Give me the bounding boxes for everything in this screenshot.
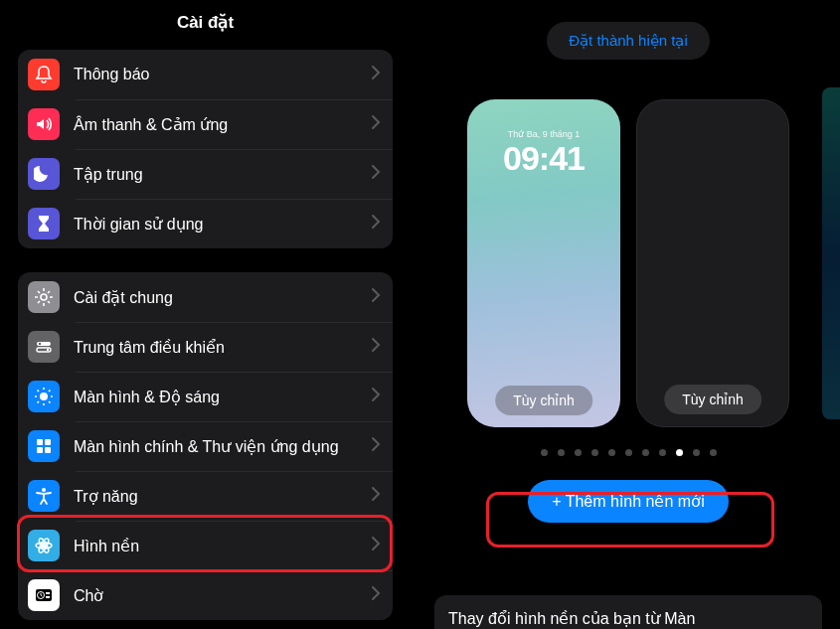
group-general: Cài đặt chungTrung tâm điều khiểnMàn hìn… — [18, 272, 393, 620]
settings-screen: Cài đặt Thông báoÂm thanh & Cảm ứngTập t… — [0, 0, 411, 629]
settings-row-accessibility[interactable]: Trợ năng — [18, 471, 393, 521]
page-indicator[interactable] — [541, 449, 717, 456]
bottom-info-card: Thay đổi hình nền của bạn từ Màn — [434, 595, 822, 629]
row-label: Trung tâm điều khiển — [74, 338, 371, 357]
chevron-right-icon — [371, 114, 381, 134]
svg-point-5 — [40, 393, 48, 400]
row-label: Chờ — [74, 586, 371, 605]
settings-row-hourglass[interactable]: Thời gian sử dụng — [18, 199, 393, 248]
page-dot[interactable] — [558, 449, 565, 456]
page-dot[interactable] — [625, 449, 632, 456]
chevron-right-icon — [371, 387, 381, 406]
svg-rect-9 — [45, 447, 51, 453]
chevron-right-icon — [371, 337, 381, 357]
next-wallpaper-peek[interactable] — [822, 87, 840, 419]
settings-row-moon[interactable]: Tập trung — [18, 149, 393, 199]
settings-row-switches[interactable]: Trung tâm điều khiển — [18, 322, 393, 372]
row-label: Tập trung — [74, 165, 371, 184]
sun-icon — [28, 381, 60, 412]
switches-icon — [28, 331, 60, 363]
chevron-right-icon — [371, 287, 381, 307]
customize-lock-button[interactable]: Tùy chỉnh — [495, 386, 592, 415]
svg-rect-7 — [45, 439, 51, 445]
svg-point-3 — [39, 343, 41, 345]
speaker-icon — [28, 108, 60, 140]
gear-icon — [28, 281, 60, 313]
svg-point-4 — [47, 349, 49, 351]
accessibility-icon — [28, 480, 60, 512]
row-label: Âm thanh & Cảm ứng — [74, 115, 371, 134]
wallpaper-screen: Đặt thành hiện tại Thứ Ba, 9 tháng 1 09:… — [417, 0, 840, 629]
clock-icon — [28, 579, 60, 611]
page-title: Cài đặt — [0, 0, 411, 44]
lock-date: Thứ Ba, 9 tháng 1 — [508, 129, 581, 139]
row-label: Màn hình chính & Thư viện ứng dụng — [74, 437, 371, 456]
settings-row-flower[interactable]: Hình nền — [18, 521, 393, 570]
chevron-right-icon — [371, 585, 381, 605]
page-dot[interactable] — [659, 449, 666, 456]
page-dot[interactable] — [676, 449, 683, 456]
plus-icon: + — [552, 493, 561, 511]
svg-rect-8 — [37, 447, 43, 453]
settings-row-speaker[interactable]: Âm thanh & Cảm ứng — [18, 99, 393, 149]
settings-row-clock[interactable]: Chờ — [18, 570, 393, 620]
settings-row-sun[interactable]: Màn hình & Độ sáng — [18, 372, 393, 421]
settings-row-gear[interactable]: Cài đặt chung — [18, 272, 393, 322]
page-dot[interactable] — [575, 449, 582, 456]
page-dot[interactable] — [642, 449, 649, 456]
chevron-right-icon — [371, 436, 381, 456]
row-label: Cài đặt chung — [74, 288, 371, 307]
chevron-right-icon — [371, 164, 381, 184]
flower-icon — [28, 530, 60, 561]
set-current-button[interactable]: Đặt thành hiện tại — [547, 22, 710, 60]
page-dot[interactable] — [693, 449, 700, 456]
customize-home-button[interactable]: Tùy chỉnh — [664, 385, 761, 414]
chevron-right-icon — [371, 214, 381, 234]
add-wallpaper-label: Thêm hình nền mới — [566, 492, 705, 511]
svg-point-10 — [42, 488, 46, 492]
lock-time: 09:41 — [503, 139, 585, 178]
settings-list: Thông báoÂm thanh & Cảm ứngTập trungThời… — [0, 44, 411, 620]
settings-row-grid[interactable]: Màn hình chính & Thư viện ứng dụng — [18, 421, 393, 471]
page-dot[interactable] — [541, 449, 548, 456]
page-dot[interactable] — [608, 449, 615, 456]
svg-rect-18 — [46, 596, 50, 598]
row-label: Thời gian sử dụng — [74, 215, 371, 234]
chevron-right-icon — [371, 536, 381, 555]
moon-icon — [28, 158, 60, 190]
svg-point-0 — [41, 294, 47, 300]
chevron-right-icon — [371, 65, 381, 84]
bell-icon — [28, 59, 60, 90]
page-dot[interactable] — [710, 449, 717, 456]
grid-icon — [28, 430, 60, 462]
chevron-right-icon — [371, 486, 381, 506]
home-screen-preview[interactable]: Tùy chỉnh — [636, 99, 789, 427]
hourglass-icon — [28, 208, 60, 239]
settings-row-bell[interactable]: Thông báo — [18, 50, 393, 99]
wallpaper-previews: Thứ Ba, 9 tháng 1 09:41 Tùy chỉnh Tùy ch… — [467, 99, 789, 427]
row-label: Hình nền — [74, 537, 371, 555]
row-label: Trợ năng — [74, 487, 371, 506]
svg-rect-17 — [46, 592, 50, 594]
svg-rect-6 — [37, 439, 43, 445]
lock-screen-preview[interactable]: Thứ Ba, 9 tháng 1 09:41 Tùy chỉnh — [467, 99, 620, 427]
row-label: Màn hình & Độ sáng — [74, 388, 371, 406]
row-label: Thông báo — [74, 66, 371, 83]
add-wallpaper-button[interactable]: +Thêm hình nền mới — [528, 480, 728, 523]
group-sounds: Thông báoÂm thanh & Cảm ứngTập trungThời… — [18, 50, 393, 248]
page-dot[interactable] — [591, 449, 598, 456]
